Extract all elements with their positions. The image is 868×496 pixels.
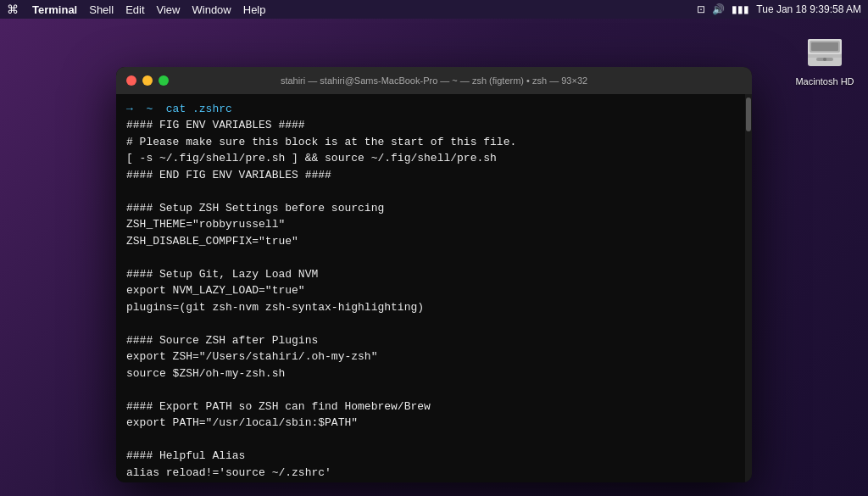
- line-13: plugins=(git zsh-nvm zsh-syntax-highligh…: [126, 301, 424, 314]
- line-15: #### Source ZSH after Plugins: [126, 334, 318, 347]
- menu-help[interactable]: Help: [243, 3, 266, 16]
- terminal-body[interactable]: → ~ cat .zshrc #### FIG ENV VARIABLES ##…: [116, 94, 752, 482]
- line-9: ZSH_DISABLE_COMPFIX="true": [126, 235, 298, 248]
- line-23: alias reload!='source ~/.zshrc': [126, 466, 331, 479]
- menu-terminal[interactable]: Terminal: [32, 3, 77, 16]
- svg-rect-3: [811, 42, 838, 51]
- window-title: stahiri — stahiri@Sams-MacBook-Pro — ~ —…: [281, 75, 587, 86]
- line-3: # Please make sure this block is at the …: [126, 136, 516, 148]
- svg-point-5: [823, 58, 826, 61]
- line-4: [ -s ~/.fig/shell/pre.sh ] && source ~/.…: [126, 152, 497, 164]
- menubar-items: Terminal Shell Edit View Window Help: [32, 3, 266, 16]
- line-22: #### Helpful Alias: [126, 449, 245, 462]
- traffic-lights: [126, 75, 169, 86]
- line-2: #### FIG ENV VARIABLES ####: [126, 119, 305, 131]
- menu-window[interactable]: Window: [192, 3, 231, 16]
- line-8: ZSH_THEME="robbyrussell": [126, 218, 285, 231]
- line-11: #### Setup Git, Lazy Load NVM: [126, 268, 318, 281]
- svg-rect-6: [808, 54, 842, 58]
- line-5: #### END FIG ENV VARIABLES ####: [126, 169, 331, 181]
- line-20: export PATH="/usr/local/sbin:$PATH": [126, 416, 358, 429]
- sound-icon[interactable]: 🔊: [712, 3, 725, 15]
- datetime: Tue Jan 18 9:39:58 AM: [756, 3, 861, 15]
- line-16: export ZSH="/Users/stahiri/.oh-my-zsh": [126, 350, 377, 363]
- terminal-output[interactable]: → ~ cat .zshrc #### FIG ENV VARIABLES ##…: [116, 94, 745, 482]
- line-12: export NVM_LAZY_LOAD="true": [126, 284, 305, 297]
- scrollbar-thumb[interactable]: [746, 98, 751, 131]
- desktop: Macintosh HD stahiri — stahiri@Sams-MacB…: [0, 19, 868, 496]
- line-19: #### Export PATH so ZSH can find Homebre…: [126, 400, 431, 413]
- close-button[interactable]: [126, 75, 136, 86]
- terminal-titlebar: stahiri — stahiri@Sams-MacBook-Pro — ~ —…: [116, 67, 752, 94]
- menu-shell[interactable]: Shell: [89, 3, 114, 16]
- menu-edit[interactable]: Edit: [125, 3, 144, 16]
- menubar-right: ⊡ 🔊 ▮▮▮ Tue Jan 18 9:39:58 AM: [697, 3, 861, 15]
- apple-menu[interactable]: ⌘: [7, 3, 19, 16]
- hd-drive-graphic: [804, 32, 845, 73]
- menubar: ⌘ Terminal Shell Edit View Window Help ⊡…: [0, 0, 868, 19]
- battery-icon[interactable]: ▮▮▮: [732, 3, 749, 15]
- macintosh-hd-label: Macintosh HD: [795, 76, 854, 86]
- line-17: source $ZSH/oh-my-zsh.sh: [126, 367, 285, 380]
- menu-view[interactable]: View: [157, 3, 181, 16]
- terminal-window: stahiri — stahiri@Sams-MacBook-Pro — ~ —…: [116, 67, 752, 482]
- minimize-button[interactable]: [142, 75, 153, 86]
- terminal-scrollbar[interactable]: [745, 94, 752, 482]
- wifi-icon[interactable]: ⊡: [697, 3, 705, 15]
- line-7: #### Setup ZSH Settings before sourcing: [126, 202, 384, 215]
- prompt-line-1: → ~ cat .zshrc: [126, 103, 232, 115]
- macintosh-hd-icon[interactable]: Macintosh HD: [795, 32, 854, 86]
- maximize-button[interactable]: [159, 75, 169, 86]
